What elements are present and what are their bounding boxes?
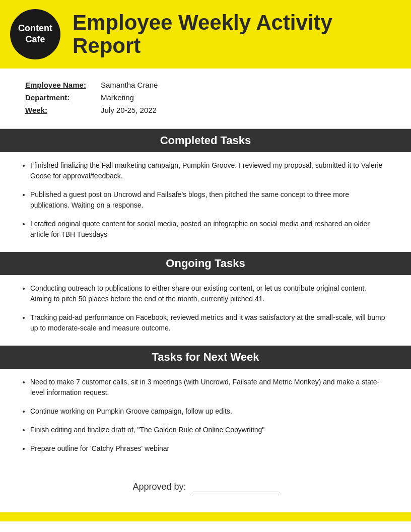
bottom-yellow-bar xyxy=(0,512,411,521)
week-label: Week: xyxy=(25,106,101,114)
approved-by-line xyxy=(193,481,279,492)
department-value: Marketing xyxy=(101,93,134,102)
completed-tasks-list: I finished finalizing the Fall marketing… xyxy=(0,152,411,252)
employee-name-label: Employee Name: xyxy=(25,81,101,89)
list-item: Continue working on Pumpkin Groove campa… xyxy=(30,406,386,417)
page-header: Content Cafe Employee Weekly Activity Re… xyxy=(0,0,411,69)
completed-tasks-header: Completed Tasks xyxy=(0,129,411,152)
next-week-tasks-header: Tasks for Next Week xyxy=(0,346,411,369)
ongoing-tasks-list: Conducting outreach to publications to e… xyxy=(0,275,411,346)
list-item: Finish editing and finalize draft of, "T… xyxy=(30,425,386,435)
company-logo: Content Cafe xyxy=(10,9,60,59)
list-item: Published a guest post on Uncrowd and Fa… xyxy=(30,189,386,211)
approved-by-label: Approved by: xyxy=(132,482,186,492)
employee-name-value: Samantha Crane xyxy=(101,81,158,89)
list-item: Tracking paid-ad performance on Facebook… xyxy=(30,312,386,334)
list-item: Conducting outreach to publications to e… xyxy=(30,283,386,304)
list-item: I crafted original quote content for soc… xyxy=(30,219,386,240)
page-title: Employee Weekly Activity Report xyxy=(73,11,396,57)
department-label: Department: xyxy=(25,93,101,102)
department-row: Department: Marketing xyxy=(25,93,386,102)
list-item: Prepare outline for 'Catchy Phrases' web… xyxy=(30,443,386,454)
logo-text: Content Cafe xyxy=(18,23,52,45)
ongoing-tasks-header: Ongoing Tasks xyxy=(0,252,411,275)
week-row: Week: July 20-25, 2022 xyxy=(25,106,386,114)
list-item: I finished finalizing the Fall marketing… xyxy=(30,160,386,181)
week-value: July 20-25, 2022 xyxy=(101,106,157,114)
employee-info-section: Employee Name: Samantha Crane Department… xyxy=(0,69,411,129)
approved-by-section: Approved by: xyxy=(0,466,411,512)
next-week-tasks-list: Need to make 7 customer calls, sit in 3 … xyxy=(0,369,411,466)
list-item: Need to make 7 customer calls, sit in 3 … xyxy=(30,377,386,398)
employee-name-row: Employee Name: Samantha Crane xyxy=(25,81,386,89)
